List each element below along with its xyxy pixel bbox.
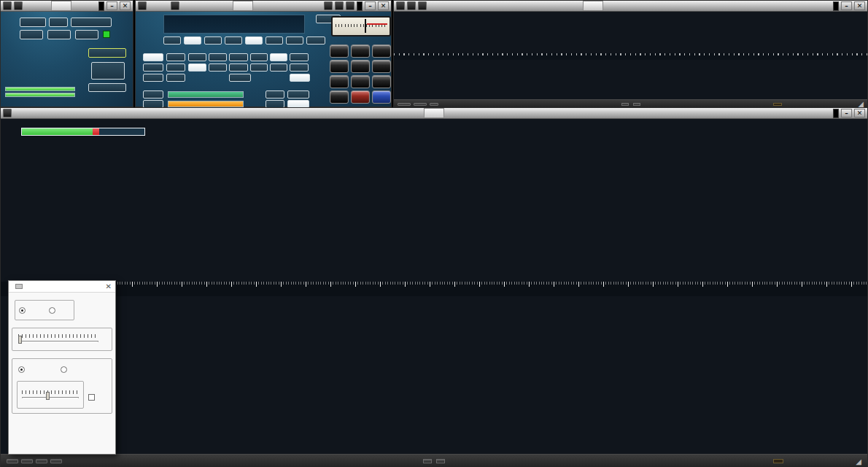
sp2-button[interactable] bbox=[47, 30, 71, 39]
tctr-button[interactable] bbox=[346, 1, 354, 10]
band-key-17[interactable] bbox=[372, 60, 391, 73]
main-sp-sp-button[interactable] bbox=[7, 459, 18, 463]
filter-8000-button[interactable] bbox=[270, 53, 287, 61]
band-key-10[interactable] bbox=[372, 75, 391, 88]
mode-usb-button[interactable] bbox=[286, 36, 303, 45]
aux-sp-wf-button[interactable] bbox=[430, 103, 438, 106]
opt-button[interactable] bbox=[20, 18, 46, 27]
aux-fmaf-button[interactable] bbox=[418, 1, 427, 10]
aux-spectrum-canvas[interactable] bbox=[394, 12, 867, 53]
main-waterfall-canvas[interactable] bbox=[1, 296, 868, 454]
band-key-20[interactable] bbox=[351, 60, 370, 73]
mode-cw-button[interactable] bbox=[225, 36, 242, 45]
mode-sam-button[interactable] bbox=[184, 36, 201, 45]
rx-button[interactable] bbox=[75, 30, 98, 39]
band-key-15[interactable] bbox=[330, 75, 349, 88]
qms-button[interactable] bbox=[143, 74, 163, 82]
cwafc-button[interactable] bbox=[229, 74, 251, 82]
mfm-button[interactable] bbox=[209, 53, 227, 61]
gain-slider[interactable] bbox=[22, 390, 79, 398]
dialog-close-icon[interactable]: ✕ bbox=[106, 282, 112, 290]
band-key-160[interactable] bbox=[330, 45, 349, 58]
aux-sett-button[interactable] bbox=[396, 1, 405, 10]
sp1-button[interactable] bbox=[20, 30, 43, 39]
vfo-a-button[interactable] bbox=[143, 53, 163, 61]
mctr-button[interactable] bbox=[335, 1, 344, 10]
qmr-button[interactable] bbox=[166, 74, 185, 82]
main-close-icon[interactable]: ✕ bbox=[120, 1, 131, 10]
main-info-button[interactable] bbox=[773, 459, 783, 463]
main-zoom-in-button[interactable] bbox=[436, 459, 445, 463]
band-key-2[interactable] bbox=[330, 90, 349, 104]
nbn-button[interactable] bbox=[290, 63, 309, 72]
attenuator-slider[interactable] bbox=[18, 334, 98, 342]
rx-close-icon[interactable]: ✕ bbox=[378, 1, 389, 10]
main-sp-minimize-icon[interactable]: – bbox=[841, 109, 852, 117]
gain-default-radio[interactable] bbox=[18, 366, 28, 373]
main-ma-button[interactable] bbox=[14, 1, 23, 10]
main-sp-sp-wf-button[interactable] bbox=[36, 459, 47, 463]
agc-fast-button[interactable] bbox=[287, 90, 309, 99]
cwpk-button[interactable] bbox=[229, 53, 248, 61]
filter-20k-button[interactable] bbox=[270, 63, 287, 72]
aux-info-button[interactable] bbox=[773, 103, 782, 106]
band-key-12[interactable] bbox=[351, 75, 370, 88]
nfm-button[interactable] bbox=[188, 53, 206, 61]
mode-am-button[interactable] bbox=[163, 36, 181, 45]
nboff-button[interactable] bbox=[290, 74, 310, 82]
aux-zoom-in-button[interactable] bbox=[633, 103, 640, 106]
band-key-30[interactable] bbox=[330, 60, 349, 73]
mode-fm-button[interactable] bbox=[204, 36, 222, 45]
aux-waterfall-canvas[interactable] bbox=[394, 60, 867, 99]
agc-checkbox[interactable] bbox=[88, 394, 98, 401]
filter-11k-button[interactable] bbox=[250, 63, 268, 72]
rec-panel-button[interactable] bbox=[71, 18, 112, 27]
main-zoom-out-button[interactable] bbox=[423, 459, 432, 463]
aux-close-icon[interactable]: ✕ bbox=[854, 1, 865, 10]
vfo-b-button[interactable] bbox=[143, 63, 163, 72]
zap-button[interactable] bbox=[229, 63, 248, 72]
main-sett-button[interactable] bbox=[3, 1, 12, 10]
aux-zoom-out-button[interactable] bbox=[621, 103, 629, 106]
aux-sp-button[interactable] bbox=[398, 103, 411, 106]
enter-key[interactable] bbox=[372, 90, 391, 104]
mode-user-button[interactable] bbox=[306, 36, 325, 45]
main-sp-close-icon[interactable]: ✕ bbox=[854, 109, 865, 117]
main-sp-combo-button[interactable] bbox=[50, 459, 62, 463]
aux-f-button[interactable] bbox=[407, 1, 416, 10]
b-to-a-button[interactable] bbox=[166, 63, 185, 72]
mem-pan-button[interactable] bbox=[88, 83, 126, 92]
clear-key[interactable] bbox=[351, 90, 370, 104]
swfm-button[interactable] bbox=[209, 63, 227, 72]
aux-wf-button[interactable] bbox=[414, 103, 427, 106]
lo-lock-button[interactable] bbox=[88, 48, 126, 58]
wfm-button[interactable] bbox=[188, 63, 206, 72]
squelch-bar[interactable] bbox=[168, 91, 244, 98]
filter-6000-button[interactable] bbox=[250, 53, 268, 61]
aux-minimize-icon[interactable]: – bbox=[841, 1, 852, 10]
rx-titlebar: – ✕ bbox=[136, 1, 391, 12]
sr-button[interactable] bbox=[49, 18, 68, 27]
main-sp-sett-button[interactable] bbox=[3, 109, 12, 117]
band-key-40[interactable] bbox=[372, 45, 391, 58]
main-minimize-icon[interactable]: – bbox=[106, 1, 117, 10]
stop-button[interactable] bbox=[91, 62, 125, 80]
mode-lsb-button[interactable] bbox=[266, 36, 283, 45]
rsyn1-button[interactable] bbox=[324, 1, 333, 10]
band-key-80[interactable] bbox=[351, 45, 370, 58]
main-resize-handle[interactable]: ◢ bbox=[856, 458, 861, 466]
sqlc-button[interactable] bbox=[143, 90, 163, 99]
gain-custom-radio[interactable] bbox=[61, 366, 70, 373]
frequency-display[interactable] bbox=[163, 15, 305, 34]
nbw-button[interactable] bbox=[290, 53, 309, 61]
main-sp-wf-button[interactable] bbox=[21, 459, 33, 463]
rx-exw-button[interactable] bbox=[171, 1, 179, 10]
rx-minimize-icon[interactable]: – bbox=[365, 1, 376, 10]
agc-off-button[interactable] bbox=[266, 90, 284, 99]
mode-dsb-button[interactable] bbox=[245, 36, 263, 45]
volume-bar[interactable] bbox=[168, 101, 244, 107]
rf-hiimp-radio[interactable] bbox=[49, 307, 58, 314]
a-to-b-button[interactable] bbox=[166, 53, 185, 61]
rf-50ohm-radio[interactable] bbox=[19, 307, 28, 314]
rx-sett-button[interactable] bbox=[138, 1, 147, 10]
